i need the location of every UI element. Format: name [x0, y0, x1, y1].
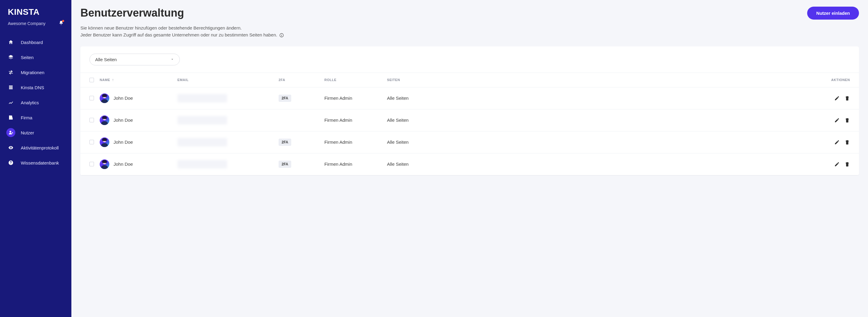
sidebar-item-wissensdatenbank[interactable]: Wissensdatenbank [0, 155, 71, 170]
row-checkbox[interactable] [89, 96, 94, 100]
user-name: John Doe [114, 140, 133, 145]
edit-button[interactable] [834, 95, 840, 101]
table-row: John Doe2FAFirmen AdminAlle Seiten [81, 153, 859, 175]
column-header-2fa[interactable]: 2FA [279, 78, 324, 82]
user-pages: Alle Seiten [387, 95, 826, 100]
user-role: Firmen Admin [324, 95, 387, 100]
sidebar-item-dashboard[interactable]: Dashboard [0, 35, 71, 50]
table-body: John Doe2FAFirmen AdminAlle SeitenJohn D… [81, 87, 859, 175]
sidebar-item-kinsta-dns[interactable]: Kinsta DNS [0, 80, 71, 95]
user-role: Firmen Admin [324, 140, 387, 145]
trend-icon [6, 98, 16, 107]
edit-button[interactable] [834, 117, 840, 123]
page-subtitle: Sie können neue Benutzer hinzufügen oder… [81, 24, 859, 38]
page-title: Benutzerverwaltung [81, 7, 184, 19]
delete-button[interactable] [844, 140, 850, 145]
main-content: Benutzerverwaltung Nutzer einladen Sie k… [71, 0, 868, 317]
user-name: John Doe [114, 95, 133, 100]
sidebar-item-label: Wissensdatenbank [21, 160, 59, 166]
sidebar-item-label: Nutzer [21, 130, 34, 135]
sidebar-item-firma[interactable]: Firma [0, 110, 71, 125]
twofa-badge: 2FA [279, 139, 291, 146]
sidebar-item-migrationen[interactable]: Migrationen [0, 65, 71, 80]
company-row: Awesome Company [0, 21, 71, 26]
sidebar: KINSTA Awesome Company DashboardSeitenMi… [0, 0, 71, 317]
dns-icon [6, 83, 16, 92]
row-checkbox[interactable] [89, 162, 94, 166]
sidebar-nav: DashboardSeitenMigrationenKinsta DNSAnal… [0, 35, 71, 170]
row-checkbox[interactable] [89, 140, 94, 144]
user-name: John Doe [114, 162, 133, 167]
sidebar-item-label: Seiten [21, 55, 34, 60]
users-card: Alle Seiten NAME ↑ EMAIL 2FA ROLLE SEITE… [81, 47, 859, 175]
layers-icon [6, 53, 16, 62]
twofa-badge: 2FA [279, 161, 291, 168]
column-header-name[interactable]: NAME ↑ [100, 78, 177, 82]
table-row: John DoeFirmen AdminAlle Seiten [81, 109, 859, 132]
row-checkbox[interactable] [89, 118, 94, 122]
user-pages: Alle Seiten [387, 140, 826, 145]
info-icon[interactable] [279, 33, 284, 38]
delete-button[interactable] [844, 162, 850, 167]
site-filter-select[interactable]: Alle Seiten [89, 54, 180, 65]
sidebar-item-aktivitätenprotokoll[interactable]: Aktivitätenprotokoll [0, 140, 71, 155]
notifications-button[interactable] [59, 21, 64, 26]
column-header-actions: AKTIONEN [826, 78, 850, 82]
sidebar-item-label: Aktivitätenprotokoll [21, 145, 59, 150]
twofa-badge: 2FA [279, 95, 291, 102]
home-icon [6, 38, 16, 47]
edit-button[interactable] [834, 162, 840, 167]
building-icon [6, 113, 16, 122]
user-role: Firmen Admin [324, 117, 387, 123]
filter-row: Alle Seiten [81, 47, 859, 73]
site-filter-value: Alle Seiten [95, 57, 117, 62]
sidebar-item-label: Analytics [21, 100, 39, 105]
sidebar-item-seiten[interactable]: Seiten [0, 50, 71, 65]
avatar [100, 93, 109, 103]
user-email [177, 138, 227, 146]
user-name: John Doe [114, 117, 133, 123]
select-all-checkbox[interactable] [89, 78, 94, 82]
column-header-pages[interactable]: SEITEN [387, 78, 826, 82]
user-pages: Alle Seiten [387, 117, 826, 123]
user-email [177, 116, 227, 124]
sidebar-item-label: Migrationen [21, 70, 44, 75]
user-plus-icon [6, 128, 16, 137]
page-header: Benutzerverwaltung Nutzer einladen [81, 7, 859, 20]
user-email [177, 94, 227, 103]
sidebar-item-label: Dashboard [21, 40, 43, 45]
table-row: John Doe2FAFirmen AdminAlle Seiten [81, 132, 859, 153]
sidebar-item-analytics[interactable]: Analytics [0, 95, 71, 110]
company-name: Awesome Company [8, 21, 45, 26]
column-header-email[interactable]: EMAIL [177, 78, 279, 82]
subtitle-line-2: Jeder Benutzer kann Zugriff auf das gesa… [81, 32, 277, 37]
invite-user-button[interactable]: Nutzer einladen [807, 7, 859, 20]
migrate-icon [6, 68, 16, 77]
table-header: NAME ↑ EMAIL 2FA ROLLE SEITEN AKTIONEN [81, 73, 859, 87]
brand-text: KINSTA [8, 7, 39, 17]
user-role: Firmen Admin [324, 162, 387, 167]
user-email [177, 160, 227, 168]
subtitle-line-1: Sie können neue Benutzer hinzufügen oder… [81, 25, 242, 30]
delete-button[interactable] [844, 95, 850, 101]
sidebar-item-label: Firma [21, 115, 32, 120]
avatar [100, 160, 109, 169]
avatar [100, 115, 109, 125]
chevron-down-icon [170, 58, 174, 61]
column-header-role[interactable]: ROLLE [324, 78, 387, 82]
logo: KINSTA [0, 7, 71, 17]
sort-indicator: ↑ [112, 78, 114, 82]
table-row: John Doe2FAFirmen AdminAlle Seiten [81, 87, 859, 109]
help-icon [6, 158, 16, 167]
sidebar-item-nutzer[interactable]: Nutzer [0, 125, 71, 140]
eye-icon [6, 143, 16, 152]
avatar [100, 137, 109, 147]
sidebar-item-label: Kinsta DNS [21, 85, 44, 90]
user-pages: Alle Seiten [387, 162, 826, 167]
delete-button[interactable] [844, 117, 850, 123]
edit-button[interactable] [834, 140, 840, 145]
notification-dot [62, 20, 64, 22]
